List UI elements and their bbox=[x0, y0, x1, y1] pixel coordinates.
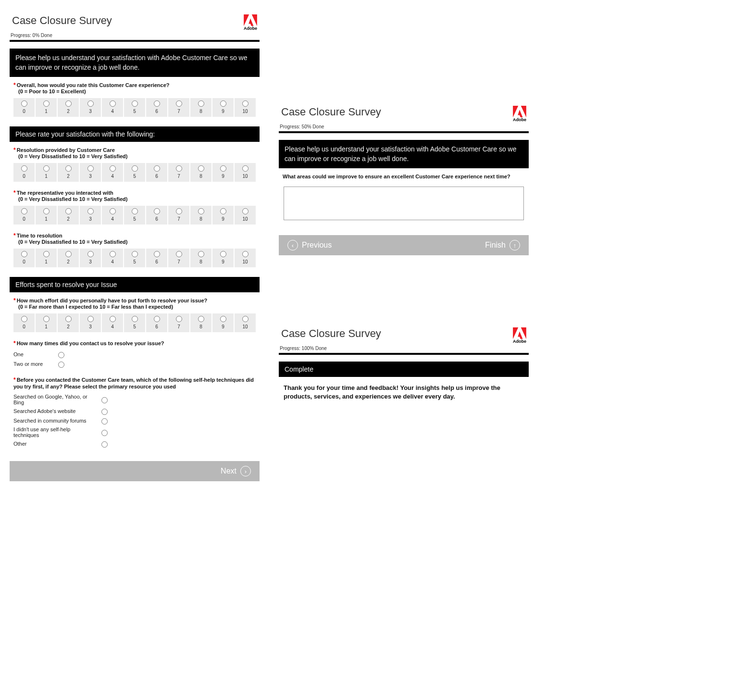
scale-option[interactable]: 2 bbox=[58, 313, 79, 332]
nav-bar: ‹ Previous Finish ↑ bbox=[279, 235, 529, 255]
scale-option[interactable]: 6 bbox=[146, 98, 167, 117]
scale-option[interactable]: 1 bbox=[36, 313, 57, 332]
adobe-logo-icon bbox=[244, 14, 257, 26]
choice-none[interactable]: I didn't use any self-help techniques bbox=[13, 425, 256, 439]
scale-option[interactable]: 4 bbox=[102, 249, 123, 267]
survey-page-3: Case Closure Survey Adobe Progress: 100%… bbox=[279, 323, 529, 408]
svg-marker-8 bbox=[518, 331, 522, 339]
intro-banner: Please help us understand your satisfact… bbox=[10, 49, 260, 77]
scale-option[interactable]: 3 bbox=[80, 163, 101, 182]
brand-name: Adobe bbox=[513, 339, 526, 344]
scale-option[interactable]: 5 bbox=[124, 98, 145, 117]
scale-option[interactable]: 3 bbox=[80, 206, 101, 225]
choice-other[interactable]: Other bbox=[13, 439, 256, 449]
choice-two-or-more[interactable]: Two or more bbox=[13, 359, 256, 369]
scale-option[interactable]: 9 bbox=[212, 163, 234, 182]
scale-option[interactable]: 2 bbox=[58, 249, 79, 267]
scale-option[interactable]: 8 bbox=[190, 163, 211, 182]
scale-option[interactable]: 0 bbox=[13, 313, 35, 332]
choice-one[interactable]: One bbox=[13, 350, 256, 359]
scale-option[interactable]: 6 bbox=[146, 163, 167, 182]
scale-option[interactable]: 6 bbox=[146, 206, 167, 225]
choice-search-engine[interactable]: Searched on Google, Yahoo, or Bing bbox=[13, 393, 256, 406]
scale-option[interactable]: 2 bbox=[58, 98, 79, 117]
scale-option[interactable]: 7 bbox=[168, 163, 189, 182]
choice-community[interactable]: Searched in community forums bbox=[13, 416, 256, 425]
scale-option[interactable]: 9 bbox=[212, 206, 234, 225]
complete-banner: Complete bbox=[279, 362, 529, 377]
scale-option[interactable]: 1 bbox=[36, 206, 57, 225]
progress-text: Progress: 0% Done bbox=[10, 31, 260, 40]
svg-marker-5 bbox=[518, 110, 522, 117]
next-button[interactable]: Next › bbox=[221, 466, 251, 476]
scale-option[interactable]: 10 bbox=[235, 163, 256, 182]
scale-option[interactable]: 5 bbox=[124, 249, 145, 267]
scale-option[interactable]: 0 bbox=[13, 163, 35, 182]
question-representative: *The representative you interacted with … bbox=[10, 185, 260, 227]
scale-option[interactable]: 7 bbox=[168, 98, 189, 117]
scale-option[interactable]: 2 bbox=[58, 163, 79, 182]
svg-marker-2 bbox=[248, 18, 253, 26]
finish-button[interactable]: Finish ↑ bbox=[485, 240, 520, 250]
svg-marker-0 bbox=[244, 14, 249, 26]
scale-option[interactable]: 0 bbox=[13, 249, 35, 267]
page-title: Case Closure Survey bbox=[281, 106, 381, 118]
question-effort: *How much effort did you personally have… bbox=[10, 292, 260, 335]
scale-option[interactable]: 3 bbox=[80, 98, 101, 117]
scale-option[interactable]: 4 bbox=[102, 163, 123, 182]
scale-option[interactable]: 7 bbox=[168, 206, 189, 225]
svg-marker-6 bbox=[513, 327, 518, 339]
scale-option[interactable]: 7 bbox=[168, 313, 189, 332]
header: Case Closure Survey Adobe bbox=[10, 10, 260, 31]
scale-option[interactable]: 8 bbox=[190, 206, 211, 225]
scale-option[interactable]: 2 bbox=[58, 206, 79, 225]
scale-overall: 0 1 2 3 4 5 6 7 8 9 10 bbox=[13, 98, 256, 117]
question-resolution: *Resolution provided by Customer Care (0… bbox=[10, 142, 260, 185]
scale-option[interactable]: 8 bbox=[190, 249, 211, 267]
scale-resolution: 0 1 2 3 4 5 6 7 8 9 10 bbox=[13, 163, 256, 182]
scale-option[interactable]: 4 bbox=[102, 313, 123, 332]
scale-option[interactable]: 8 bbox=[190, 313, 211, 332]
scale-time: 0 1 2 3 4 5 6 7 8 9 10 bbox=[13, 249, 256, 267]
scale-option[interactable]: 8 bbox=[190, 98, 211, 117]
scale-option[interactable]: 9 bbox=[212, 249, 234, 267]
header: Case Closure Survey Adobe bbox=[279, 323, 529, 344]
brand-logo: Adobe bbox=[513, 106, 526, 122]
scale-option[interactable]: 9 bbox=[212, 98, 234, 117]
scale-option[interactable]: 4 bbox=[102, 98, 123, 117]
page-title: Case Closure Survey bbox=[12, 14, 112, 27]
brand-logo: Adobe bbox=[513, 327, 526, 344]
question-contact-times: *How many times did you contact us to re… bbox=[10, 335, 260, 372]
scale-option[interactable]: 10 bbox=[235, 98, 256, 117]
scale-option[interactable]: 6 bbox=[146, 313, 167, 332]
progress-bar bbox=[279, 131, 529, 133]
progress-bar bbox=[279, 353, 529, 355]
scale-option[interactable]: 5 bbox=[124, 313, 145, 332]
brand-name: Adobe bbox=[513, 117, 526, 122]
required-marker: * bbox=[13, 82, 16, 88]
scale-option[interactable]: 4 bbox=[102, 206, 123, 225]
scale-effort: 0 1 2 3 4 5 6 7 8 9 10 bbox=[13, 313, 256, 332]
choice-adobe-site[interactable]: Searched Adobe's website bbox=[13, 406, 256, 416]
scale-option[interactable]: 0 bbox=[13, 206, 35, 225]
question-time: *Time to resolution (0 = Very Dissatisfi… bbox=[10, 227, 260, 270]
intro-banner: Please help us understand your satisfact… bbox=[279, 140, 529, 168]
scale-option[interactable]: 3 bbox=[80, 313, 101, 332]
improve-textarea[interactable] bbox=[284, 187, 523, 220]
scale-option[interactable]: 1 bbox=[36, 249, 57, 267]
scale-option[interactable]: 9 bbox=[212, 313, 234, 332]
scale-option[interactable]: 6 bbox=[146, 249, 167, 267]
scale-option[interactable]: 1 bbox=[36, 163, 57, 182]
scale-option[interactable]: 5 bbox=[124, 206, 145, 225]
scale-option[interactable]: 10 bbox=[235, 249, 256, 267]
scale-option[interactable]: 0 bbox=[13, 98, 35, 117]
scale-option[interactable]: 1 bbox=[36, 98, 57, 117]
previous-button[interactable]: ‹ Previous bbox=[287, 240, 332, 250]
scale-option[interactable]: 5 bbox=[124, 163, 145, 182]
scale-option[interactable]: 10 bbox=[235, 206, 256, 225]
scale-option[interactable]: 7 bbox=[168, 249, 189, 267]
scale-option[interactable]: 3 bbox=[80, 249, 101, 267]
page-title: Case Closure Survey bbox=[281, 327, 381, 340]
scale-option[interactable]: 10 bbox=[235, 313, 256, 332]
brand-logo: Adobe bbox=[244, 14, 257, 31]
